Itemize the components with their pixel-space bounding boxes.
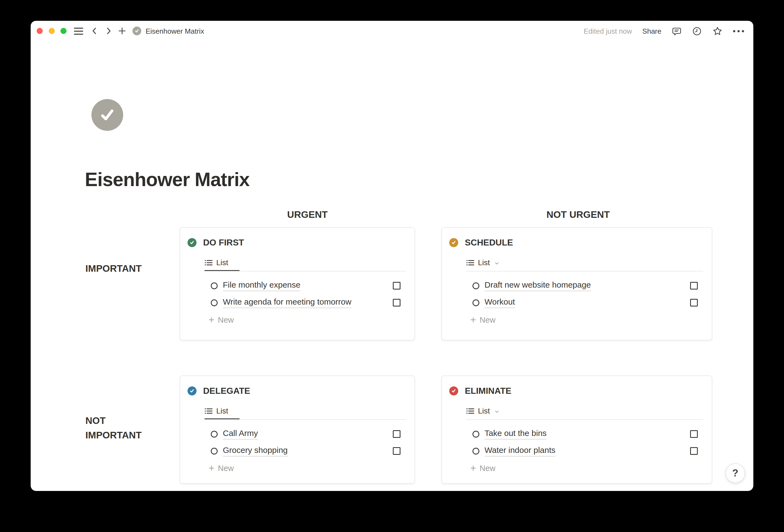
task-status-circle-icon[interactable] — [473, 431, 479, 438]
breadcrumb[interactable]: Eisenhower Matrix — [146, 21, 204, 41]
page-title[interactable]: Eisenhower Matrix — [85, 169, 250, 191]
quadrant-card-delegate: DELEGATE List Call Army Grocery shopping… — [179, 375, 415, 484]
back-icon[interactable] — [90, 27, 99, 35]
quadrant-title: DO FIRST — [203, 237, 244, 248]
tab-label: List — [478, 407, 490, 415]
list-view-tab[interactable]: List — [466, 256, 500, 270]
new-task-button[interactable]: + New — [208, 314, 234, 326]
task-row: Write agenda for meeting tomorrow — [211, 297, 400, 309]
yellow-check-icon — [449, 238, 458, 247]
task-checkbox[interactable] — [393, 282, 400, 289]
favorite-star-icon[interactable] — [712, 26, 723, 36]
quadrant-header: DO FIRST — [188, 237, 244, 248]
task-status-circle-icon[interactable] — [211, 448, 218, 454]
quadrant-card-do-first: DO FIRST List File monthly expense Write… — [179, 227, 415, 340]
list-view-icon — [466, 259, 474, 266]
tab-label: List — [216, 258, 228, 267]
blue-check-icon — [188, 386, 197, 395]
help-button[interactable]: ? — [725, 463, 745, 483]
task-row: Grocery shopping — [211, 445, 400, 457]
task-row: Call Army — [211, 428, 400, 440]
close-window-button[interactable] — [37, 28, 43, 34]
list-view-icon — [204, 408, 213, 415]
task-title-link[interactable]: Water indoor plants — [484, 446, 555, 456]
task-title-link[interactable]: Grocery shopping — [223, 446, 288, 456]
task-checkbox[interactable] — [690, 430, 698, 438]
task-title-link[interactable]: Write agenda for meeting tomorrow — [223, 297, 352, 308]
task-status-circle-icon[interactable] — [211, 299, 218, 306]
quadrant-header: DELEGATE — [188, 386, 250, 396]
column-header-not-urgent: NOT URGENT — [537, 209, 619, 220]
new-label: New — [480, 315, 496, 325]
task-title-link[interactable]: Workout — [484, 297, 515, 308]
new-label: New — [480, 464, 496, 473]
new-label: New — [218, 315, 234, 325]
plus-icon: + — [208, 464, 214, 472]
new-task-button[interactable]: + New — [470, 462, 496, 474]
task-title-link[interactable]: File monthly expense — [223, 280, 300, 291]
task-title-link[interactable]: Take out the bins — [484, 428, 547, 440]
quadrant-header: SCHEDULE — [449, 237, 513, 248]
quadrant-title: ELIMINATE — [465, 386, 511, 396]
task-checkbox[interactable] — [690, 299, 698, 307]
minimize-window-button[interactable] — [49, 28, 55, 34]
task-row: File monthly expense — [211, 280, 400, 292]
tab-divider — [204, 271, 406, 272]
row-header-important: IMPORTANT — [85, 261, 151, 276]
share-button[interactable]: Share — [642, 27, 661, 35]
chevron-down-icon — [494, 409, 500, 414]
task-status-circle-icon[interactable] — [211, 282, 218, 289]
task-checkbox[interactable] — [393, 447, 400, 455]
list-view-icon — [466, 408, 474, 415]
task-status-circle-icon[interactable] — [211, 431, 218, 438]
comments-icon[interactable] — [672, 26, 682, 36]
task-checkbox[interactable] — [393, 430, 400, 438]
task-status-circle-icon[interactable] — [473, 448, 479, 454]
list-view-icon — [204, 259, 213, 266]
tab-divider — [466, 419, 703, 420]
task-row: Take out the bins — [473, 428, 698, 440]
task-row: Draft new website homepage — [473, 280, 698, 292]
quadrant-title: SCHEDULE — [465, 237, 513, 248]
page-icon-checkmark[interactable] — [91, 99, 123, 131]
row-header-not-important: NOT IMPORTANT — [85, 413, 151, 442]
task-checkbox[interactable] — [690, 282, 698, 289]
plus-icon: + — [208, 316, 214, 324]
column-header-urgent: URGENT — [277, 209, 338, 220]
red-check-icon — [449, 386, 458, 395]
task-status-circle-icon[interactable] — [473, 299, 479, 306]
forward-icon[interactable] — [105, 27, 113, 35]
task-status-circle-icon[interactable] — [473, 282, 479, 289]
tab-label: List — [216, 407, 228, 415]
task-row: Workout — [473, 297, 698, 309]
green-check-icon — [188, 238, 197, 247]
breadcrumb-page-icon[interactable] — [133, 27, 141, 35]
tab-label: List — [478, 258, 490, 267]
task-title-link[interactable]: Call Army — [223, 428, 258, 440]
new-task-button[interactable]: + New — [470, 314, 496, 326]
list-view-tab[interactable]: List — [204, 404, 228, 418]
tab-divider — [204, 419, 406, 420]
quadrant-card-eliminate: ELIMINATE List Take out the bins Water i… — [441, 375, 712, 484]
quadrant-header: ELIMINATE — [449, 386, 511, 396]
titlebar: Eisenhower Matrix Edited just now Share — [31, 21, 753, 41]
new-task-button[interactable]: + New — [208, 462, 234, 474]
task-title-link[interactable]: Draft new website homepage — [484, 280, 591, 291]
more-options-icon[interactable] — [733, 30, 744, 32]
tab-divider — [466, 271, 703, 272]
notion-window: Eisenhower Matrix Edited just now Share … — [31, 21, 753, 491]
sidebar-toggle-icon[interactable] — [73, 28, 84, 35]
task-checkbox[interactable] — [690, 447, 698, 455]
list-view-tab[interactable]: List — [466, 404, 500, 418]
plus-icon: + — [470, 464, 476, 472]
task-checkbox[interactable] — [393, 299, 400, 307]
new-tab-icon[interactable] — [118, 27, 127, 35]
edited-timestamp: Edited just now — [584, 27, 632, 35]
zoom-window-button[interactable] — [60, 28, 66, 34]
quadrant-title: DELEGATE — [203, 386, 250, 396]
list-view-tab[interactable]: List — [204, 256, 228, 270]
plus-icon: + — [470, 316, 476, 324]
updates-clock-icon[interactable] — [692, 26, 702, 36]
chevron-down-icon — [494, 260, 500, 266]
task-row: Water indoor plants — [473, 445, 698, 457]
